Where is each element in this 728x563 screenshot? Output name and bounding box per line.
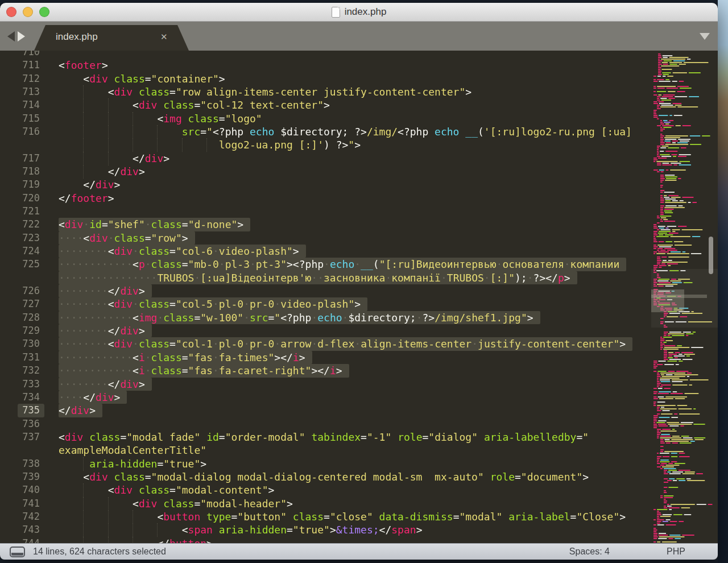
forward-arrow-icon[interactable] bbox=[18, 31, 25, 42]
line-number[interactable]: 723 bbox=[0, 231, 40, 245]
code-text: <div class="modal-header"> bbox=[59, 497, 293, 510]
line-number[interactable]: 712 bbox=[0, 72, 40, 85]
line-number[interactable]: 711 bbox=[0, 59, 40, 72]
line-number[interactable]: 714 bbox=[0, 98, 40, 111]
code-row[interactable]: 713 <div class="row align-items-center j… bbox=[0, 85, 718, 99]
tab-nav-arrows bbox=[7, 31, 25, 42]
code-row[interactable]: 725············<p·class="mb-0·pl-3·pt-3"… bbox=[0, 258, 718, 271]
code-row[interactable]: 727········<div·class="col-5·pl-0·pr-0·v… bbox=[0, 297, 718, 311]
code-row[interactable]: 717 </div> bbox=[0, 152, 718, 165]
code-text: aria-hidden="true"> bbox=[59, 457, 206, 470]
code-text: </footer> bbox=[59, 192, 114, 205]
line-number[interactable]: 725 bbox=[0, 258, 40, 271]
code-text: <img class="logo" bbox=[59, 112, 262, 125]
code-row[interactable]: 720</footer> bbox=[0, 192, 718, 205]
code-row[interactable]: 743 <span aria-hidden="true">&times;</sp… bbox=[0, 523, 718, 537]
code-row[interactable]: 723····<div·class="row"> bbox=[0, 231, 718, 245]
code-row[interactable]: 721 bbox=[0, 205, 718, 218]
line-number[interactable]: 740 bbox=[0, 483, 40, 496]
code-text: ········<div·class="col-1·pl-0·pr-0·arro… bbox=[59, 337, 632, 350]
tab-index-php[interactable]: index.php ✕ bbox=[34, 25, 189, 51]
code-text: ········<div·class="col-5·pl-0·pr-0·vide… bbox=[59, 297, 367, 311]
code-row[interactable]: 734····</div> bbox=[0, 391, 718, 404]
code-text: ········<div·class="col-6·video-plash"> bbox=[59, 245, 306, 258]
code-text: <div class="modal fade" id="order-modal"… bbox=[59, 430, 589, 444]
code-row[interactable]: 718 </div> bbox=[0, 165, 718, 179]
line-number[interactable]: 742 bbox=[0, 510, 40, 523]
code-row[interactable]: 741 <div class="modal-header"> bbox=[0, 497, 718, 511]
code-text: <div class="row align-items-center justi… bbox=[59, 85, 471, 98]
code-row[interactable]: 742 <button type="button" class="close" … bbox=[0, 510, 718, 524]
code-row[interactable]: 724········<div·class="col-6·video-plash… bbox=[0, 245, 718, 258]
code-row[interactable]: 738 aria-hidden="true"> bbox=[0, 457, 718, 471]
line-number[interactable]: 724 bbox=[0, 245, 40, 258]
line-number[interactable]: 744 bbox=[0, 537, 40, 543]
line-number[interactable]: 743 bbox=[0, 523, 40, 536]
line-number[interactable]: 727 bbox=[0, 297, 40, 311]
code-text: </button> bbox=[59, 537, 213, 543]
code-row[interactable]: 739 <div class="modal-dialog modal-dialo… bbox=[0, 470, 718, 484]
code-row[interactable]: 732············<i·class="fas·fa-caret-ri… bbox=[0, 364, 718, 378]
selection-status: 14 lines, 624 characters selected bbox=[33, 547, 166, 557]
line-number[interactable]: 732 bbox=[0, 364, 40, 377]
code-row[interactable]: 729········</div> bbox=[0, 324, 718, 338]
code-row[interactable]: 712 <div class="container"> bbox=[0, 72, 718, 86]
code-row[interactable]: 744 </button> bbox=[0, 537, 718, 543]
syntax-indicator[interactable]: PHP bbox=[667, 547, 685, 557]
line-number[interactable]: 713 bbox=[0, 85, 40, 98]
line-number[interactable]: 736 bbox=[0, 417, 40, 430]
line-number[interactable]: 718 bbox=[0, 165, 40, 178]
code-row[interactable]: 740 <div class="modal-content"> bbox=[0, 483, 718, 497]
line-number[interactable]: 734 bbox=[0, 391, 40, 404]
status-bar: 14 lines, 624 characters selected Spaces… bbox=[0, 543, 718, 560]
code-row[interactable]: exampleModalCenterTitle" bbox=[0, 444, 718, 457]
code-row[interactable]: 715 <img class="logo" bbox=[0, 112, 718, 126]
line-number[interactable]: 738 bbox=[0, 457, 40, 470]
code-row[interactable]: 726········</div> bbox=[0, 284, 718, 298]
code-row[interactable]: 735</div> bbox=[0, 404, 718, 417]
code-row[interactable]: ················TRUBOS·[:ua]Відеоінтерв'… bbox=[0, 271, 718, 285]
code-row[interactable]: 711<footer> bbox=[0, 59, 718, 72]
back-arrow-icon[interactable] bbox=[7, 31, 15, 42]
line-number[interactable]: 731 bbox=[0, 351, 40, 364]
close-window-button[interactable] bbox=[6, 7, 16, 17]
code-area[interactable]: 710711<footer>712 <div class="container"… bbox=[0, 51, 718, 543]
line-number[interactable]: 720 bbox=[0, 192, 40, 205]
line-number[interactable]: 716 bbox=[0, 125, 40, 138]
line-number[interactable]: 719 bbox=[0, 178, 40, 191]
code-row[interactable]: 710 bbox=[0, 51, 718, 59]
line-number[interactable]: 733 bbox=[0, 378, 40, 391]
code-text: </div> bbox=[59, 404, 102, 417]
tab-close-icon[interactable]: ✕ bbox=[160, 32, 168, 42]
line-number[interactable]: 737 bbox=[0, 430, 40, 444]
code-row[interactable]: 728············<img·class="w-100"·src="<… bbox=[0, 311, 718, 325]
line-number[interactable]: 728 bbox=[0, 311, 40, 324]
line-number[interactable]: 721 bbox=[0, 205, 40, 218]
line-number[interactable]: 715 bbox=[0, 112, 40, 125]
line-number[interactable]: 739 bbox=[0, 470, 40, 483]
code-row[interactable]: 737<div class="modal fade" id="order-mod… bbox=[0, 430, 718, 444]
tab-list-dropdown-icon[interactable] bbox=[700, 33, 710, 40]
panel-toggle-icon[interactable] bbox=[10, 547, 25, 557]
line-number[interactable]: 730 bbox=[0, 337, 40, 350]
code-row[interactable]: 714 <div class="col-12 text-center"> bbox=[0, 98, 718, 112]
code-row[interactable]: 730········<div·class="col-1·pl-0·pr-0·a… bbox=[0, 337, 718, 351]
code-row[interactable]: 716 src="<?php echo $directory; ?>/img/<… bbox=[0, 125, 718, 139]
line-number[interactable]: 735 bbox=[0, 404, 40, 417]
zoom-window-button[interactable] bbox=[39, 7, 49, 17]
line-number[interactable]: 729 bbox=[0, 324, 40, 337]
line-number[interactable]: 741 bbox=[0, 497, 40, 510]
code-text: ····</div> bbox=[59, 391, 127, 404]
line-number[interactable]: 710 bbox=[0, 51, 40, 59]
code-row[interactable]: 733········</div> bbox=[0, 378, 718, 391]
line-number[interactable]: 717 bbox=[0, 152, 40, 165]
minimize-window-button[interactable] bbox=[23, 7, 33, 17]
code-row[interactable]: 736 bbox=[0, 417, 718, 431]
code-row[interactable]: logo2-ua.png [:]') ?>"> bbox=[0, 138, 718, 152]
line-number[interactable]: 726 bbox=[0, 284, 40, 297]
line-number[interactable]: 722 bbox=[0, 218, 40, 231]
code-row[interactable]: 722<div·id="shef"·class="d-none"> bbox=[0, 218, 718, 231]
code-row[interactable]: 731············<i·class="fas·fa-times"><… bbox=[0, 351, 718, 365]
code-row[interactable]: 719 </div> bbox=[0, 178, 718, 192]
indent-indicator[interactable]: Spaces: 4 bbox=[569, 547, 610, 557]
